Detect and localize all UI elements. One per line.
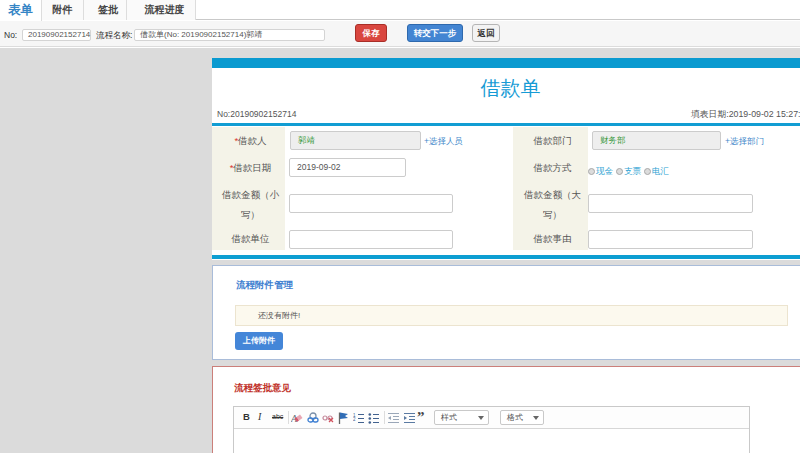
- svg-text:2: 2: [353, 417, 356, 422]
